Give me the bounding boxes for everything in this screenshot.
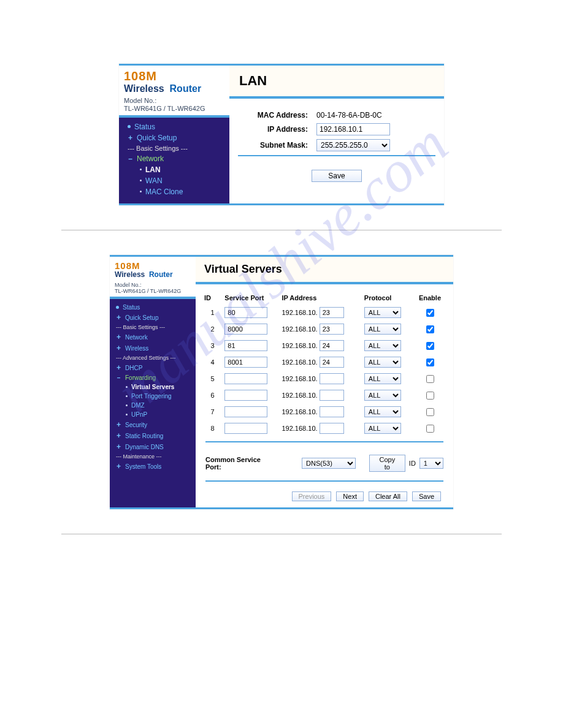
mac-value: 00-14-78-6A-DB-0C	[316, 111, 382, 119]
enable-checkbox[interactable]	[426, 358, 434, 366]
minus-icon: –	[128, 154, 133, 163]
table-row: 5192.168.10. ALL	[203, 371, 446, 387]
plus-icon: +	[116, 344, 121, 352]
port-input[interactable]	[224, 324, 267, 335]
port-input[interactable]	[224, 423, 267, 434]
enable-checkbox[interactable]	[426, 425, 434, 433]
nav-system-tools[interactable]: +System Tools	[116, 461, 192, 472]
port-input[interactable]	[224, 307, 267, 318]
ip-input[interactable]	[320, 406, 344, 417]
nav-section-advanced: --- Advanced Settings ---	[116, 354, 192, 362]
port-input[interactable]	[224, 340, 267, 351]
next-button[interactable]: Next	[336, 491, 364, 501]
ip-input[interactable]	[316, 123, 390, 135]
nav-dynamic-dns[interactable]: +Dynamic DNS	[116, 441, 192, 452]
nav-wan[interactable]: WAN	[140, 175, 224, 186]
protocol-select[interactable]: ALL	[364, 324, 401, 335]
plus-icon: +	[116, 333, 121, 341]
nav-lan[interactable]: LAN	[140, 164, 224, 175]
col-protocol: Protocol	[363, 292, 413, 304]
nav-network[interactable]: –Network	[128, 153, 224, 164]
protocol-select[interactable]: ALL	[364, 390, 401, 401]
col-port: Service Port	[223, 292, 279, 304]
brand-line1: 108M	[124, 69, 224, 83]
ip-input[interactable]	[320, 340, 344, 351]
port-input[interactable]	[224, 357, 267, 368]
nav-security[interactable]: +Security	[116, 419, 192, 430]
enable-checkbox[interactable]	[426, 375, 434, 383]
clear-all-button[interactable]: Clear All	[369, 491, 407, 501]
subnet-select[interactable]: 255.255.255.0	[316, 139, 390, 151]
copy-to-button[interactable]: Copy to	[369, 455, 405, 472]
bullet-icon	[126, 395, 128, 397]
ip-input[interactable]	[320, 373, 344, 384]
plus-icon: +	[128, 134, 133, 142]
nav-status[interactable]: Status	[116, 303, 192, 312]
model-value: TL-WR641G / TL-WR642G	[124, 105, 224, 113]
page-title: LAN	[239, 73, 434, 89]
screenshot-lan: 108M Wireless Router Model No.: TL-WR641…	[119, 64, 444, 205]
bullet-icon	[126, 414, 128, 415]
nav-upnp[interactable]: UPnP	[126, 410, 192, 419]
nav-dmz[interactable]: DMZ	[126, 401, 192, 410]
cell-id: 7	[203, 404, 222, 420]
ip-input[interactable]	[320, 307, 344, 318]
ip-input[interactable]	[320, 423, 344, 434]
divider	[238, 155, 435, 156]
enable-checkbox[interactable]	[426, 309, 434, 317]
protocol-select[interactable]: ALL	[364, 307, 401, 318]
doc-divider	[61, 534, 502, 534]
enable-checkbox[interactable]	[426, 325, 434, 333]
plus-icon: +	[116, 363, 121, 372]
table-row: 8192.168.10. ALL	[203, 421, 446, 436]
protocol-select[interactable]: ALL	[364, 340, 401, 351]
nav-section-basic: --- Basic Settings ---	[128, 143, 224, 153]
ip-input[interactable]	[320, 357, 344, 368]
ip-prefix: 192.168.10.	[282, 408, 317, 415]
nav-mac-clone[interactable]: MAC Clone	[140, 186, 224, 197]
divider	[205, 480, 443, 482]
subnet-label: Subnet Mask:	[234, 141, 316, 150]
cell-id: 4	[203, 355, 222, 370]
enable-checkbox[interactable]	[426, 342, 434, 350]
nav-port-triggering[interactable]: Port Triggering	[126, 392, 192, 401]
nav-section-basic: --- Basic Settings ---	[116, 323, 192, 332]
protocol-select[interactable]: ALL	[364, 373, 401, 384]
cell-id: 6	[203, 388, 222, 403]
plus-icon: +	[116, 442, 121, 451]
save-button[interactable]: Save	[412, 491, 441, 501]
bullet-icon	[140, 169, 142, 170]
enable-checkbox[interactable]	[426, 408, 434, 416]
nav-dhcp[interactable]: +DHCP	[116, 362, 192, 373]
virtual-servers-table: ID Service Port IP Address Protocol Enab…	[202, 290, 447, 438]
save-button[interactable]: Save	[312, 170, 361, 182]
ip-input[interactable]	[320, 324, 344, 335]
col-id: ID	[203, 292, 222, 304]
nav-status[interactable]: Status	[128, 121, 224, 132]
plus-icon: +	[116, 462, 121, 471]
nav-quick-setup[interactable]: +Quick Setup	[128, 132, 224, 143]
plus-icon: +	[116, 431, 121, 440]
csp-select[interactable]: DNS(53)	[302, 458, 356, 469]
nav-virtual-servers[interactable]: Virtual Servers	[126, 382, 192, 392]
id-select[interactable]: 1	[419, 458, 443, 469]
protocol-select[interactable]: ALL	[364, 357, 401, 368]
protocol-select[interactable]: ALL	[364, 406, 401, 417]
ip-input[interactable]	[320, 390, 344, 401]
ip-prefix: 192.168.10.	[282, 325, 317, 333]
port-input[interactable]	[224, 373, 267, 384]
nav-static-routing[interactable]: +Static Routing	[116, 430, 192, 441]
table-row: 2192.168.10. ALL	[203, 322, 446, 337]
nav-network[interactable]: +Network	[116, 332, 192, 343]
port-input[interactable]	[224, 406, 267, 417]
bullet-icon	[126, 404, 128, 406]
enable-checkbox[interactable]	[426, 392, 434, 400]
nav-forwarding[interactable]: –Forwarding	[116, 373, 192, 382]
table-row: 7192.168.10. ALL	[203, 404, 446, 420]
nav-quick-setup[interactable]: +Quick Setup	[116, 312, 192, 323]
table-row: 4192.168.10. ALL	[203, 355, 446, 370]
nav-wireless[interactable]: +Wireless	[116, 343, 192, 354]
protocol-select[interactable]: ALL	[364, 423, 401, 434]
port-input[interactable]	[224, 390, 267, 401]
minus-icon: –	[116, 374, 121, 381]
